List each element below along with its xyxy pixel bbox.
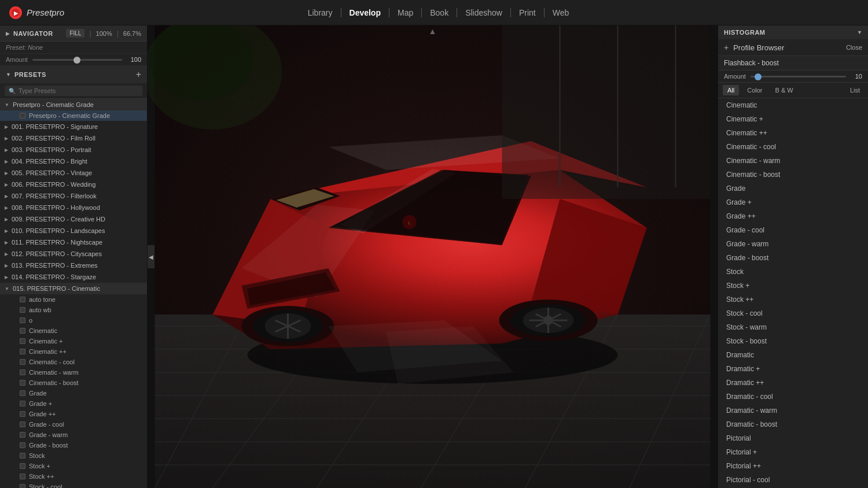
pb-item-pictorial-cool[interactable]: Pictorial - cool [718, 473, 868, 487]
group-header-cinematic-grade[interactable]: ▼ Presetpro - Cinematic Grade [0, 99, 147, 110]
presets-header[interactable]: ▼ Presets + [0, 66, 147, 83]
pb-item-grade-boost[interactable]: Grade - boost [718, 251, 868, 265]
tab-all[interactable]: All [723, 85, 739, 95]
navigator-header[interactable]: ▶ Navigator FILL | 100% | 66.7% [0, 25, 147, 41]
preset-group-001: ▶ 001. PRESETPRO - Signature [0, 121, 147, 132]
nav-develop[interactable]: Develop [341, 8, 389, 17]
group-header-015[interactable]: ▼ 015. PRESETPRO - Cinematic [0, 283, 147, 294]
preset-subitem-grade-plusplus[interactable]: Grade ++ [0, 409, 147, 419]
pb-item-cinematic[interactable]: Cinematic [718, 98, 868, 112]
group-header-010[interactable]: ▶ 010. PRESETPRO - Landscapes [0, 225, 147, 236]
nav-book[interactable]: Book [422, 8, 457, 17]
pb-item-stock[interactable]: Stock [718, 265, 868, 279]
pb-item-dramatic-boost[interactable]: Dramatic - boost [718, 417, 868, 431]
preset-group-004: ▶ 004. PRESETPRO - Bright [0, 156, 147, 167]
preset-subitem-autotone[interactable]: auto tone [0, 294, 147, 305]
search-input[interactable] [19, 87, 138, 94]
group-header-004[interactable]: ▶ 004. PRESETPRO - Bright [0, 156, 147, 167]
pb-item-cinematic-cool[interactable]: Cinematic - cool [718, 140, 868, 154]
pb-item-stock-boost[interactable]: Stock - boost [718, 334, 868, 348]
pb-item-stock-warm[interactable]: Stock - warm [718, 320, 868, 334]
pb-item-dramatic[interactable]: Dramatic [718, 348, 868, 362]
pb-item-stock-cool[interactable]: Stock - cool [718, 306, 868, 320]
pb-amount-row: Amount 10 [718, 71, 868, 83]
group-name-cinematic-grade: Presetpro - Cinematic Grade [13, 101, 94, 108]
preset-subitem-grade-boost[interactable]: Grade - boost [0, 440, 147, 450]
top-arrow-button[interactable]: ▲ [424, 25, 442, 37]
pb-tabs: All Color B & W List [718, 83, 868, 98]
tab-list[interactable]: List [847, 85, 863, 95]
pb-amount-label: Amount [724, 73, 746, 80]
tab-bw[interactable]: B & W [771, 85, 798, 95]
preset-subitem-stock-cool[interactable]: Stock - cool [0, 482, 147, 488]
fill-button[interactable]: FILL [66, 29, 84, 38]
group-name-001: 001. PRESETPRO - Signature [12, 123, 98, 130]
active-profile-label: Flashback - boost [724, 59, 779, 67]
preset-subitem-grade[interactable]: Grade [0, 388, 147, 398]
group-header-008[interactable]: ▶ 008. PRESETPRO - Hollywood [0, 202, 147, 213]
pb-item-grade-cool[interactable]: Grade - cool [718, 223, 868, 237]
preset-subitem-stock-plus[interactable]: Stock + [0, 461, 147, 471]
group-header-007[interactable]: ▶ 007. PRESETPRO - Filterlook [0, 190, 147, 202]
pb-item-grade-warm[interactable]: Grade - warm [718, 237, 868, 251]
pb-item-dramatic-plus[interactable]: Dramatic + [718, 362, 868, 376]
pb-item-pictorial-plus[interactable]: Pictorial + [718, 445, 868, 459]
pb-item-stock-plusplus[interactable]: Stock ++ [718, 293, 868, 306]
preset-subitem-cinematic-plusplus[interactable]: Cinematic ++ [0, 346, 147, 357]
group-header-011[interactable]: ▶ 011. PRESETPRO - Nightscape [0, 236, 147, 248]
group-header-006[interactable]: ▶ 006. PRESETPRO - Wedding [0, 179, 147, 190]
group-header-014[interactable]: ▶ 014. PRESETPRO - Stargaze [0, 271, 147, 283]
preset-subitem-o[interactable]: o [0, 315, 147, 326]
nav-library[interactable]: Library [300, 8, 341, 17]
nav-slideshow[interactable]: Slideshow [457, 8, 511, 17]
pb-item-dramatic-cool[interactable]: Dramatic - cool [718, 390, 868, 404]
profile-browser-add-button[interactable]: + [724, 43, 729, 52]
group-header-003[interactable]: ▶ 003. PRESETPRO - Portrait [0, 144, 147, 156]
pb-item-grade-plus[interactable]: Grade + [718, 195, 868, 209]
preset-subitem-grade-plus[interactable]: Grade + [0, 398, 147, 409]
profile-browser-close-button[interactable]: Close [846, 44, 862, 51]
pb-item-grade-plusplus[interactable]: Grade ++ [718, 209, 868, 223]
preset-subitem-cinematic-warm[interactable]: Cinematic - warm [0, 367, 147, 378]
preset-subitem-stock-plusplus[interactable]: Stock ++ [0, 471, 147, 482]
group-header-012[interactable]: ▶ 012. PRESETPRO - Cityscapes [0, 248, 147, 260]
histogram-header[interactable]: Histogram ▼ [718, 25, 868, 39]
nav-map[interactable]: Map [389, 8, 422, 17]
preset-subitem-grade-cool[interactable]: Grade - cool [0, 419, 147, 430]
preset-subitem-stock[interactable]: Stock [0, 450, 147, 461]
pb-item-pictorial[interactable]: Pictorial [718, 431, 868, 445]
preset-subitem-cinematic-grade-main[interactable]: Presetpro - Cinematic Grade [0, 110, 147, 121]
pb-amount-slider[interactable] [751, 76, 846, 77]
pb-item-pictorial-plusplus[interactable]: Pictorial ++ [718, 459, 868, 473]
left-panel-collapse-button[interactable]: ◀ [148, 245, 155, 268]
pb-item-stock-plus[interactable]: Stock + [718, 279, 868, 293]
preset-subitem-cinematic-plus[interactable]: Cinematic + [0, 336, 147, 346]
pb-item-dramatic-warm[interactable]: Dramatic - warm [718, 404, 868, 417]
nav-web[interactable]: Web [545, 8, 578, 17]
group-header-005[interactable]: ▶ 005. PRESETPRO - Vintage [0, 167, 147, 179]
pb-item-cinematic-warm[interactable]: Cinematic - warm [718, 154, 868, 168]
center-image-area: ▲ ◀ [148, 25, 718, 488]
amount-slider[interactable] [32, 59, 122, 61]
zoom-66[interactable]: 66.7% [123, 30, 141, 37]
navigator-title: Navigator [13, 30, 53, 37]
presets-add-button[interactable]: + [136, 69, 141, 80]
group-header-013[interactable]: ▶ 013. PRESETPRO - Extremes [0, 260, 147, 271]
pb-item-cinematic-plusplus[interactable]: Cinematic ++ [718, 126, 868, 140]
pb-item-dramatic-plusplus[interactable]: Dramatic ++ [718, 376, 868, 390]
group-header-009[interactable]: ▶ 009. PRESETPRO - Creative HD [0, 213, 147, 225]
tab-color[interactable]: Color [742, 85, 767, 95]
group-header-001[interactable]: ▶ 001. PRESETPRO - Signature [0, 121, 147, 132]
pb-amount-slider-thumb [755, 73, 762, 80]
pb-item-grade[interactable]: Grade [718, 182, 868, 195]
preset-subitem-autowb[interactable]: auto wb [0, 305, 147, 315]
preset-subitem-cinematic-boost[interactable]: Cinematic - boost [0, 378, 147, 388]
pb-item-cinematic-plus[interactable]: Cinematic + [718, 112, 868, 126]
preset-subitem-cinematic[interactable]: Cinematic [0, 326, 147, 336]
pb-item-cinematic-boost[interactable]: Cinematic - boost [718, 168, 868, 182]
nav-print[interactable]: Print [511, 8, 545, 17]
preset-subitem-grade-warm[interactable]: Grade - warm [0, 430, 147, 440]
group-header-002[interactable]: ▶ 002. PRESETPRO - Film Roll [0, 132, 147, 144]
preset-subitem-cinematic-cool[interactable]: Cinematic - cool [0, 357, 147, 367]
zoom-100[interactable]: 100% [96, 30, 112, 37]
